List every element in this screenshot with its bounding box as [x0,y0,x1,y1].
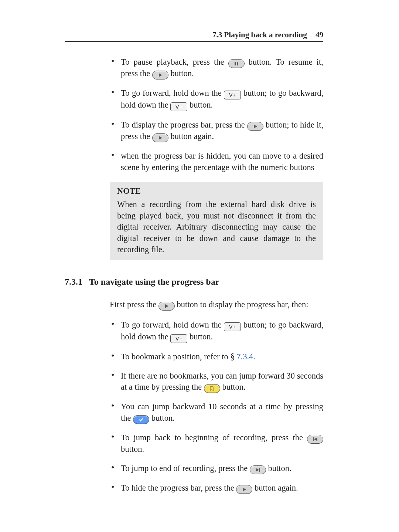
subsection-title: To navigate using the progress bar [89,276,219,288]
header-section-title: 7.3 Playing back a recording [212,30,307,39]
text: button. [171,69,194,78]
intro-line: First press the button to display the pr… [110,299,323,311]
text: . [253,352,255,361]
text: To go forward, hold down the [121,320,224,329]
play-icon [152,71,168,79]
list-item: If there are no bookmarks, you can jump … [110,370,323,393]
key-label: V+ [229,92,236,98]
subsection-heading: 7.3.1 To navigate using the progress bar [65,276,323,288]
svg-marker-4 [159,136,162,140]
list-item: To jump to end of recording, press the b… [110,463,323,474]
text: To hide the progress bar, press the [121,483,236,492]
play-icon [236,485,252,494]
svg-rect-6 [313,437,314,441]
list-item: To pause playback, press the button. To … [110,57,323,79]
play-icon [158,302,175,311]
svg-marker-5 [165,304,168,308]
text: To go forward, hold down the [121,88,224,98]
skip-forward-icon [250,465,266,474]
list-item: To jump back to beginning of recording, … [110,432,323,455]
cross-reference-link[interactable]: 7.3.4 [236,352,253,361]
note-label: NOTE [117,186,316,197]
play-icon [152,133,168,142]
volume-minus-icon: V− [170,334,187,343]
text: button. [222,382,246,392]
list-item: To display the progress bar, press the b… [110,119,323,142]
skip-back-icon [307,435,323,444]
bullet-list-2: To go forward, hold down the V+ button; … [110,319,323,494]
play-icon [247,122,263,131]
text: button. [190,332,213,341]
content-block-1: To pause playback, press the button. To … [110,57,323,260]
text: To jump to end of recording, press the [121,464,250,473]
header-page-number: 49 [316,30,323,39]
text: button again. [171,132,214,141]
volume-plus-icon: V+ [224,91,241,99]
text: button again. [255,483,298,492]
key-label: V− [175,336,183,341]
text: button to display the progress bar, then… [177,300,308,309]
running-header: 7.3 Playing back a recording 49 [65,30,323,42]
svg-marker-10 [243,488,246,491]
text: To jump back to beginning of recording, … [121,433,307,442]
key-label: V− [175,104,183,109]
check-icon [133,415,149,424]
subsection-number: 7.3.1 [65,276,82,288]
text: button. [151,413,175,423]
bullet-list-1: To pause playback, press the button. To … [110,57,323,173]
svg-rect-1 [237,62,238,65]
svg-marker-7 [314,437,317,441]
list-item: To go forward, hold down the V+ button; … [110,88,323,111]
svg-marker-8 [256,468,259,472]
svg-marker-3 [254,125,257,128]
text: First press the [110,300,158,309]
svg-rect-9 [259,468,260,472]
text: button. [190,100,213,109]
text: To pause playback, press the [121,57,228,67]
svg-marker-2 [159,73,162,77]
text: To display the progress bar, press the [121,120,247,129]
text: when the progress bar is hidden, you can… [121,151,323,172]
note-box: NOTE When a recording from the external … [110,182,323,260]
list-item: when the progress bar is hidden, you can… [110,150,323,173]
svg-rect-0 [235,62,236,65]
text: To bookmark a position, refer to § [121,352,236,361]
note-text: When a recording from the external hard … [117,200,316,254]
bookmark-icon [204,384,220,393]
list-item: To bookmark a position, refer to § 7.3.4… [110,351,323,362]
volume-minus-icon: V− [170,102,187,111]
list-item: You can jump backward 10 seconds at a ti… [110,401,323,424]
list-item: To go forward, hold down the V+ button; … [110,319,323,343]
volume-plus-icon: V+ [224,322,241,331]
page: 7.3 Playing back a recording 49 To pause… [65,0,323,494]
content-block-2: First press the button to display the pr… [110,299,323,494]
list-item: To hide the progress bar, press the butt… [110,482,323,494]
text: button. [121,444,144,454]
text: button. [268,464,291,473]
pause-icon [228,59,245,68]
key-label: V+ [229,324,236,329]
